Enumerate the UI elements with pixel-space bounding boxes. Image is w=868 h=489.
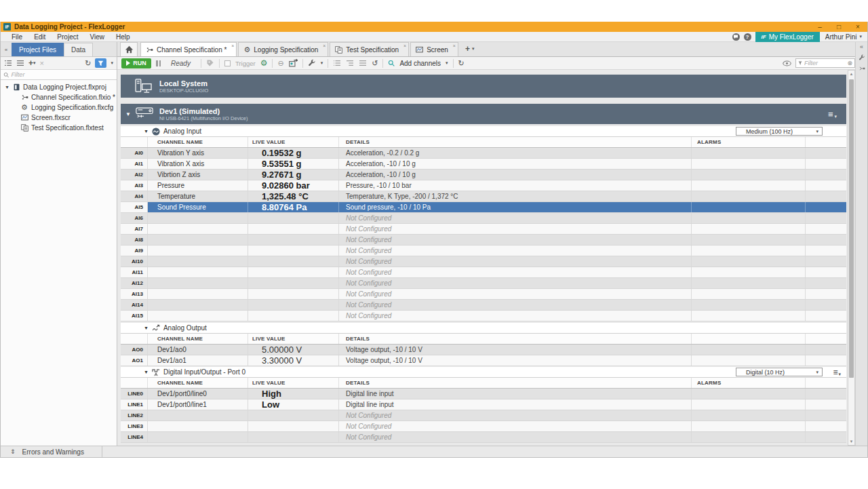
- home-tab[interactable]: [120, 42, 138, 56]
- menu-view[interactable]: View: [90, 33, 104, 41]
- channel-row-LINE0[interactable]: LINE0Dev1/port0/line0HighDigital line in…: [121, 389, 846, 399]
- chevron-down-icon[interactable]: ▾: [446, 60, 448, 66]
- channel-filter-input[interactable]: [804, 60, 845, 66]
- maximize-button[interactable]: □: [829, 22, 848, 32]
- add-channels-button[interactable]: Add channels: [399, 60, 441, 67]
- tree-item-screen[interactable]: Screen.flxscr: [1, 113, 117, 123]
- scroll-down-icon[interactable]: ▼: [850, 438, 854, 445]
- channel-row-AI9[interactable]: AI9Not Configured: [121, 246, 846, 256]
- rate-select-digital[interactable]: Digital (10 Hz) ▾: [736, 368, 823, 376]
- channel-row-AI7[interactable]: AI7Not Configured: [121, 224, 846, 235]
- tab-project-files[interactable]: Project Files: [12, 43, 64, 56]
- indent-list-icon[interactable]: [346, 60, 354, 66]
- menu-edit[interactable]: Edit: [34, 33, 45, 41]
- tab-test-specification[interactable]: Test Specification ×: [330, 42, 409, 56]
- tree-view-icon[interactable]: [4, 60, 12, 66]
- add-item-button[interactable]: +▾: [28, 58, 36, 68]
- visibility-icon[interactable]: [783, 60, 791, 66]
- expand-panel-icon[interactable]: «: [860, 43, 863, 50]
- tree-item-logging-specification[interactable]: ⚙ Logging Specification.flxcfg: [1, 102, 117, 113]
- trigger-checkbox[interactable]: [224, 60, 231, 66]
- run-button[interactable]: RUN: [121, 58, 151, 69]
- menu-file[interactable]: File: [12, 33, 22, 41]
- chevron-down-icon[interactable]: ▾: [111, 60, 113, 66]
- close-tab-icon[interactable]: ×: [231, 43, 234, 48]
- clear-filter-icon[interactable]: ⊗: [847, 60, 852, 66]
- scrollbar-thumb[interactable]: [849, 79, 854, 378]
- digital-io-header[interactable]: ▼ Digital Input/Output - Port 0 Digital …: [121, 367, 846, 378]
- my-flexlogger-button[interactable]: iF My FlexLogger: [755, 32, 820, 42]
- filter-toggle-button[interactable]: [95, 58, 106, 68]
- group-list-icon[interactable]: [333, 60, 341, 66]
- refresh-icon[interactable]: ↻: [458, 59, 465, 68]
- collapse-section-icon[interactable]: ▼: [144, 129, 149, 134]
- channel-row-AI2[interactable]: AI2Vibrtion Z axis9.27671 gAcceleration,…: [121, 170, 846, 180]
- configure-tools-icon[interactable]: [308, 59, 316, 67]
- remove-channel-icon[interactable]: ⊖: [277, 59, 283, 68]
- tab-logging-specification[interactable]: ⚙ Logging Specification ×: [238, 42, 328, 56]
- channels-panel-icon[interactable]: [859, 65, 865, 72]
- expand-icon[interactable]: ▼: [5, 85, 10, 90]
- refresh-tree-icon[interactable]: ↻: [85, 59, 91, 68]
- history-icon[interactable]: ↺: [372, 59, 378, 68]
- rate-select-analog-input[interactable]: Medium (100 Hz) ▾: [736, 127, 823, 136]
- scroll-up-icon[interactable]: ▲: [850, 71, 854, 77]
- collapse-section-icon[interactable]: ▼: [144, 326, 149, 330]
- feedback-icon[interactable]: [732, 33, 740, 41]
- device-menu-button[interactable]: ≡ ▾: [828, 109, 837, 119]
- channel-row-AO0[interactable]: AO0Dev1/ao05.00000 VVoltage output, -10 …: [121, 345, 846, 355]
- tab-screen[interactable]: Screen ×: [410, 42, 458, 56]
- errors-warnings-label[interactable]: Errors and Warnings: [22, 448, 84, 456]
- expand-errors-icon[interactable]: ⇕: [10, 448, 16, 455]
- channel-row-AI13[interactable]: AI13Not Configured: [121, 289, 846, 300]
- collapse-device-icon[interactable]: ▼: [125, 111, 131, 117]
- analog-output-header[interactable]: ▼ Analog Output: [121, 323, 846, 334]
- new-tab-button[interactable]: + ▾: [465, 44, 475, 56]
- minimize-button[interactable]: –: [810, 22, 829, 32]
- list-view-icon[interactable]: [16, 60, 24, 66]
- channel-row-AI3[interactable]: AI3Pressure9.02860 barPressure, -10 / 10…: [121, 180, 846, 191]
- channel-row-LINE4[interactable]: LINE4Not Configured: [121, 432, 846, 443]
- pause-button[interactable]: [156, 60, 161, 66]
- tab-data[interactable]: Data: [64, 43, 93, 56]
- delete-item-button[interactable]: ×: [40, 59, 44, 67]
- channel-row-AI12[interactable]: AI12Not Configured: [121, 278, 846, 289]
- tab-channel-specification[interactable]: Channel Specification * ×: [140, 42, 237, 56]
- channel-row-LINE3[interactable]: LINE3Not Configured: [121, 421, 846, 432]
- chevron-down-icon[interactable]: ▾: [321, 60, 323, 66]
- channel-row-AI1[interactable]: AI1Vibration X axis9.53551 gAcceleration…: [121, 159, 846, 170]
- device-banner[interactable]: ▼ Dev1 (Simulated) NI USB-6421 (Multifun…: [121, 104, 846, 124]
- close-tab-icon[interactable]: ×: [453, 43, 456, 48]
- add-note-icon[interactable]: [206, 59, 214, 67]
- tree-item-channel-specification[interactable]: Channel Specification.flxio *: [1, 92, 117, 102]
- channel-row-AI10[interactable]: AI10Not Configured: [121, 256, 846, 267]
- channel-row-AI11[interactable]: AI11Not Configured: [121, 267, 846, 278]
- menu-project[interactable]: Project: [57, 33, 78, 41]
- channel-row-LINE1[interactable]: LINE1Dev1/port0/line1LowDigital line inp…: [121, 399, 846, 410]
- close-tab-icon[interactable]: ×: [403, 43, 406, 48]
- channel-row-AI6[interactable]: AI6Not Configured: [121, 213, 846, 224]
- tree-item-test-specification[interactable]: Test Specification.flxtest: [1, 123, 117, 133]
- collapse-sidebar-icon[interactable]: «: [1, 47, 12, 56]
- digital-section-menu-button[interactable]: ≡ ▾: [833, 368, 841, 377]
- channel-row-LINE2[interactable]: LINE2Not Configured: [121, 410, 846, 421]
- flat-list-icon[interactable]: [359, 60, 367, 66]
- tree-item-project[interactable]: ▼ Data Logging Project.flxproj: [1, 82, 117, 92]
- close-tab-icon[interactable]: ×: [323, 43, 326, 48]
- channel-row-AI14[interactable]: AI14Not Configured: [121, 300, 846, 311]
- vertical-scrollbar[interactable]: ▲ ▼: [848, 70, 855, 446]
- channel-row-AI15[interactable]: AI15Not Configured: [121, 311, 846, 321]
- channel-row-AI0[interactable]: AI0Vibration Y axis0.19532 gAcceleration…: [121, 148, 846, 159]
- channel-row-AI4[interactable]: AI4Temperature1,325.48 °CTemperature, K …: [121, 191, 846, 202]
- help-icon[interactable]: ?: [744, 33, 751, 41]
- log-settings-icon[interactable]: [289, 59, 298, 67]
- channel-row-AI8[interactable]: AI8Not Configured: [121, 235, 846, 246]
- channel-row-AO1[interactable]: AO1Dev1/ao13.30000 VVoltage output, -10 …: [121, 355, 846, 366]
- collapse-section-icon[interactable]: ▼: [144, 370, 149, 374]
- channel-row-AI5[interactable]: AI5Sound Pressure8.80764 PaSound pressur…: [121, 202, 846, 213]
- menu-help[interactable]: Help: [116, 33, 130, 41]
- sidebar-filter-input[interactable]: [11, 71, 114, 78]
- local-system-banner[interactable]: Local System DESKTOP-UCLUGIO: [121, 75, 846, 98]
- configure-panel-icon[interactable]: [859, 54, 865, 61]
- user-account-menu[interactable]: Arthur Pini ▾: [820, 33, 867, 41]
